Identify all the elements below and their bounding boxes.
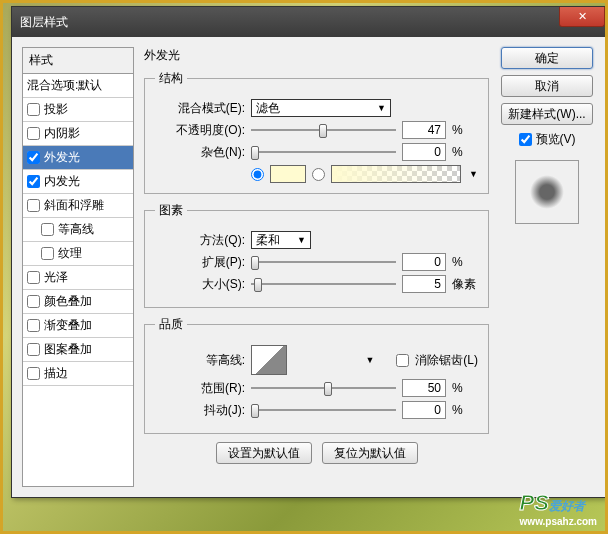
preview-checkbox[interactable] [519, 133, 532, 146]
chevron-down-icon: ▼ [297, 235, 306, 245]
blend-options-row[interactable]: 混合选项:默认 [23, 74, 133, 98]
range-input[interactable]: 50 [402, 379, 446, 397]
opacity-input[interactable]: 47 [402, 121, 446, 139]
spread-input[interactable]: 0 [402, 253, 446, 271]
right-panel: 确定 取消 新建样式(W)... 预览(V) [499, 47, 595, 487]
style-checkbox[interactable] [27, 127, 40, 140]
contour-swatch[interactable] [251, 345, 287, 375]
style-item[interactable]: 光泽 [23, 266, 133, 290]
technique-label: 方法(Q): [187, 232, 245, 249]
structure-group: 结构 混合模式(E): 滤色 ▼ 不透明度(O): 47 % 杂色(N): [144, 70, 489, 194]
style-item[interactable]: 斜面和浮雕 [23, 194, 133, 218]
style-item[interactable]: 等高线 [23, 218, 133, 242]
style-checkbox[interactable] [27, 199, 40, 212]
jitter-label: 抖动(J): [155, 402, 245, 419]
spread-label: 扩展(P): [155, 254, 245, 271]
style-item[interactable]: 图案叠加 [23, 338, 133, 362]
style-checkbox[interactable] [41, 223, 54, 236]
style-checkbox[interactable] [41, 247, 54, 260]
ok-button[interactable]: 确定 [501, 47, 593, 69]
chevron-down-icon[interactable]: ▼ [365, 355, 374, 365]
chevron-down-icon[interactable]: ▼ [469, 169, 478, 179]
style-item[interactable]: 渐变叠加 [23, 314, 133, 338]
noise-slider[interactable] [251, 143, 396, 161]
opacity-slider[interactable] [251, 121, 396, 139]
new-style-button[interactable]: 新建样式(W)... [501, 103, 593, 125]
blend-mode-label: 混合模式(E): [155, 100, 245, 117]
range-label: 范围(R): [155, 380, 245, 397]
styles-header[interactable]: 样式 [23, 48, 133, 74]
style-checkbox[interactable] [27, 271, 40, 284]
noise-label: 杂色(N): [155, 144, 245, 161]
noise-input[interactable]: 0 [402, 143, 446, 161]
styles-list: 样式 混合选项:默认 投影内阴影外发光内发光斜面和浮雕等高线纹理光泽颜色叠加渐变… [22, 47, 134, 487]
quality-group: 品质 等高线: ▼ 消除锯齿(L) 范围(R): 50 % 抖动(J): [144, 316, 489, 434]
titlebar[interactable]: 图层样式 ✕ [12, 7, 605, 37]
size-label: 大小(S): [155, 276, 245, 293]
panel-title: 外发光 [144, 47, 489, 64]
jitter-input[interactable]: 0 [402, 401, 446, 419]
blend-mode-dropdown[interactable]: 滤色 ▼ [251, 99, 391, 117]
size-slider[interactable] [251, 275, 396, 293]
watermark: PS爱好者 www.psahz.com [520, 490, 597, 527]
contour-label: 等高线: [155, 352, 245, 369]
opacity-label: 不透明度(O): [155, 122, 245, 139]
jitter-slider[interactable] [251, 401, 396, 419]
style-checkbox[interactable] [27, 151, 40, 164]
style-checkbox[interactable] [27, 367, 40, 380]
size-input[interactable]: 5 [402, 275, 446, 293]
style-checkbox[interactable] [27, 319, 40, 332]
gradient-radio[interactable] [312, 168, 325, 181]
reset-default-button[interactable]: 复位为默认值 [322, 442, 418, 464]
style-item[interactable]: 内发光 [23, 170, 133, 194]
chevron-down-icon: ▼ [377, 103, 386, 113]
style-item[interactable]: 颜色叠加 [23, 290, 133, 314]
cancel-button[interactable]: 取消 [501, 75, 593, 97]
style-item[interactable]: 投影 [23, 98, 133, 122]
technique-dropdown[interactable]: 柔和 ▼ [251, 231, 311, 249]
style-item[interactable]: 内阴影 [23, 122, 133, 146]
style-checkbox[interactable] [27, 295, 40, 308]
style-item[interactable]: 纹理 [23, 242, 133, 266]
gradient-swatch[interactable] [331, 165, 461, 183]
style-checkbox[interactable] [27, 343, 40, 356]
make-default-button[interactable]: 设置为默认值 [216, 442, 312, 464]
style-item[interactable]: 外发光 [23, 146, 133, 170]
range-slider[interactable] [251, 379, 396, 397]
close-button[interactable]: ✕ [559, 7, 605, 27]
dialog-title: 图层样式 [20, 14, 68, 31]
antialias-checkbox[interactable] [396, 354, 409, 367]
style-checkbox[interactable] [27, 175, 40, 188]
color-radio[interactable] [251, 168, 264, 181]
style-item[interactable]: 描边 [23, 362, 133, 386]
elements-group: 图素 方法(Q): 柔和 ▼ 扩展(P): 0 % 大小(S): [144, 202, 489, 308]
outer-glow-panel: 外发光 结构 混合模式(E): 滤色 ▼ 不透明度(O): 47 % [144, 47, 489, 487]
spread-slider[interactable] [251, 253, 396, 271]
layer-style-dialog: 图层样式 ✕ 样式 混合选项:默认 投影内阴影外发光内发光斜面和浮雕等高线纹理光… [11, 6, 606, 498]
style-checkbox[interactable] [27, 103, 40, 116]
color-swatch[interactable] [270, 165, 306, 183]
preview-thumbnail [515, 160, 579, 224]
